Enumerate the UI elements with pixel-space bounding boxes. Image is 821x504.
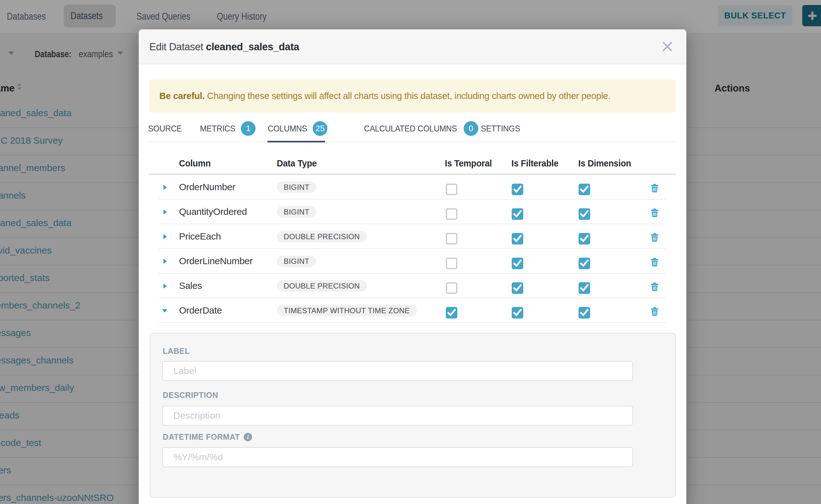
column-row-Sales: SalesDOUBLE PRECISION bbox=[139, 274, 686, 298]
expand-row-icon[interactable] bbox=[163, 210, 167, 215]
tab-settings[interactable]: SETTINGS bbox=[481, 122, 524, 136]
is-temporal-checkbox-unchecked[interactable] bbox=[446, 282, 458, 294]
column-row-OrderNumber: OrderNumberBIGINT bbox=[139, 175, 686, 200]
row-separator bbox=[159, 322, 666, 323]
is-dimension-checkbox-checked[interactable] bbox=[579, 258, 590, 269]
is-filterable-checkbox-checked[interactable] bbox=[512, 282, 523, 294]
tab-count-badge: 0 bbox=[464, 121, 478, 136]
expand-row-icon[interactable] bbox=[163, 234, 167, 239]
data-type-badge: TIMESTAMP WITHOUT TIME ZONE bbox=[277, 305, 417, 316]
column-row-QuantityOrdered: QuantityOrderedBIGINT bbox=[139, 200, 686, 224]
delete-column-icon[interactable] bbox=[651, 184, 658, 192]
field-label-description: DESCRIPTION bbox=[163, 391, 218, 400]
column-row-OrderLineNumber: OrderLineNumberBIGINT bbox=[139, 249, 686, 274]
column-header-data-type: Data Type bbox=[277, 158, 317, 169]
data-type-badge: BIGINT bbox=[277, 206, 316, 218]
active-tab-underline bbox=[267, 141, 325, 142]
tab-metrics[interactable]: METRICS bbox=[200, 122, 239, 136]
field-input-label[interactable] bbox=[162, 361, 633, 381]
column-name: Sales bbox=[179, 274, 202, 298]
column-editor-panel: LABELDESCRIPTIONDATETIME FORMATi bbox=[150, 333, 676, 498]
dataset-name: cleaned_sales_data bbox=[206, 41, 299, 53]
tab-label: SOURCE bbox=[148, 124, 182, 134]
field-label-text: DATETIME FORMAT bbox=[163, 432, 240, 442]
tab-source[interactable]: SOURCE bbox=[148, 122, 185, 136]
column-row-PriceEach: PriceEachDOUBLE PRECISION bbox=[139, 224, 686, 249]
column-header-is-dimension: Is Dimension bbox=[578, 158, 631, 169]
column-header-is-filterable: Is Filterable bbox=[512, 158, 559, 169]
is-temporal-checkbox-unchecked[interactable] bbox=[446, 208, 458, 220]
field-label-label: LABEL bbox=[163, 347, 190, 356]
field-label-text: DESCRIPTION bbox=[163, 391, 218, 400]
is-dimension-checkbox-checked[interactable] bbox=[579, 233, 590, 245]
is-dimension-checkbox-checked[interactable] bbox=[579, 184, 590, 195]
is-temporal-checkbox-checked[interactable] bbox=[446, 307, 458, 319]
warning-banner: Be careful. Changing these settings will… bbox=[149, 80, 676, 112]
column-name: QuantityOrdered bbox=[179, 200, 247, 224]
is-dimension-checkbox-checked[interactable] bbox=[579, 282, 590, 294]
is-filterable-checkbox-checked[interactable] bbox=[512, 208, 523, 220]
close-icon[interactable] bbox=[662, 42, 672, 52]
is-temporal-checkbox-unchecked[interactable] bbox=[446, 184, 458, 195]
data-type-badge: BIGINT bbox=[277, 255, 316, 267]
tab-label: SETTINGS bbox=[481, 124, 520, 134]
info-icon[interactable]: i bbox=[244, 433, 252, 441]
tab-bar-border bbox=[149, 141, 676, 142]
data-type-badge: DOUBLE PRECISION bbox=[277, 231, 367, 242]
is-filterable-checkbox-checked[interactable] bbox=[512, 184, 523, 195]
column-name: OrderNumber bbox=[179, 175, 235, 199]
tab-calculated-columns[interactable]: CALCULATED COLUMNS bbox=[364, 122, 466, 136]
tab-columns[interactable]: COLUMNS bbox=[268, 122, 311, 136]
expand-row-icon[interactable] bbox=[163, 284, 167, 289]
warning-bold: Be careful. bbox=[159, 91, 205, 101]
tab-count-badge: 25 bbox=[313, 121, 327, 136]
field-input-datetime-format[interactable] bbox=[162, 447, 633, 467]
superset-datasets-page: DatabasesDatasetsSaved QueriesQuery Hist… bbox=[0, 0, 821, 504]
data-type-badge: BIGINT bbox=[277, 181, 316, 193]
delete-column-icon[interactable] bbox=[651, 258, 658, 266]
modal-header: Edit Dataset cleaned_sales_data bbox=[139, 29, 686, 64]
tab-label: METRICS bbox=[200, 124, 235, 134]
column-header-column: Column bbox=[179, 158, 210, 169]
column-name: OrderDate bbox=[179, 298, 222, 322]
is-filterable-checkbox-checked[interactable] bbox=[512, 258, 523, 269]
tab-label: CALCULATED COLUMNS bbox=[364, 124, 457, 134]
is-filterable-checkbox-checked[interactable] bbox=[512, 307, 523, 319]
column-header-is-temporal: Is Temporal bbox=[445, 158, 492, 169]
expand-row-icon[interactable] bbox=[163, 185, 167, 190]
column-row-OrderDate: OrderDateTIMESTAMP WITHOUT TIME ZONE bbox=[139, 298, 686, 323]
modal-title-prefix: Edit Dataset bbox=[149, 41, 206, 53]
field-label-datetime-format: DATETIME FORMATi bbox=[163, 432, 252, 442]
delete-column-icon[interactable] bbox=[651, 307, 658, 316]
edit-dataset-modal: Edit Dataset cleaned_sales_data Be caref… bbox=[139, 29, 686, 504]
column-name: PriceEach bbox=[179, 224, 221, 248]
warning-text: Changing these settings will affect all … bbox=[205, 91, 611, 101]
is-filterable-checkbox-checked[interactable] bbox=[512, 233, 523, 245]
tab-label: COLUMNS bbox=[268, 124, 307, 134]
is-dimension-checkbox-checked[interactable] bbox=[579, 208, 590, 220]
modal-title: Edit Dataset cleaned_sales_data bbox=[149, 29, 299, 64]
tab-count-badge: 1 bbox=[241, 121, 255, 136]
data-type-badge: DOUBLE PRECISION bbox=[277, 280, 367, 292]
delete-column-icon[interactable] bbox=[651, 283, 658, 291]
is-dimension-checkbox-checked[interactable] bbox=[579, 307, 590, 319]
column-name: OrderLineNumber bbox=[179, 249, 253, 273]
delete-column-icon[interactable] bbox=[651, 233, 658, 242]
collapse-row-icon[interactable] bbox=[162, 309, 167, 313]
is-temporal-checkbox-unchecked[interactable] bbox=[446, 258, 458, 269]
delete-column-icon[interactable] bbox=[651, 209, 658, 217]
field-label-text: LABEL bbox=[163, 347, 190, 356]
is-temporal-checkbox-unchecked[interactable] bbox=[446, 233, 458, 245]
field-input-description[interactable] bbox=[162, 406, 633, 426]
expand-row-icon[interactable] bbox=[163, 259, 167, 264]
